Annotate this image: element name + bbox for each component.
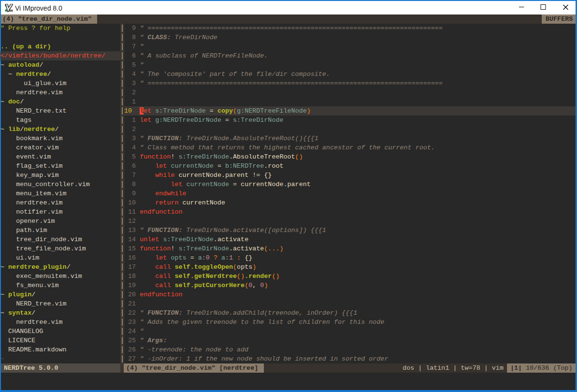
- svg-text:im: im: [9, 8, 13, 12]
